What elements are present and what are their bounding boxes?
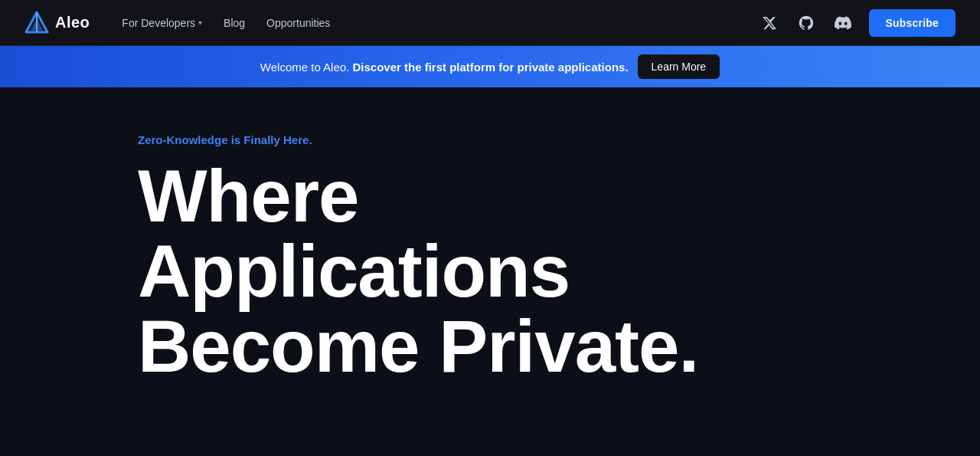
hero-title-line3: Become Private. — [138, 305, 698, 387]
nav-for-developers[interactable]: For Developers ▾ — [114, 11, 210, 35]
brand-name: Aleo — [55, 14, 90, 31]
hero-subtitle: Zero-Knowledge is Finally Here. — [138, 133, 980, 146]
hero-title-line1: Where — [138, 155, 358, 237]
nav-left: Aleo For Developers ▾ Blog Opportunities — [24, 11, 338, 35]
hero-section: Zero-Knowledge is Finally Here. Where Ap… — [0, 87, 980, 456]
banner-description: Discover the first platform for private … — [352, 61, 628, 74]
learn-more-button[interactable]: Learn More — [638, 54, 720, 79]
banner-message: Welcome to Aleo. Discover the first plat… — [260, 61, 629, 74]
navbar: Aleo For Developers ▾ Blog Opportunities — [0, 0, 980, 46]
nav-blog[interactable]: Blog — [216, 11, 253, 35]
discord-icon[interactable] — [832, 12, 854, 34]
aleo-logo-icon — [24, 11, 49, 35]
github-icon[interactable] — [795, 12, 817, 34]
announcement-banner: Welcome to Aleo. Discover the first plat… — [0, 46, 980, 87]
banner-welcome: Welcome to Aleo. — [260, 61, 349, 74]
hero-title: Where Applications Become Private. — [138, 159, 796, 384]
twitter-icon[interactable] — [759, 12, 780, 34]
chevron-down-icon: ▾ — [198, 18, 202, 27]
nav-right: Subscribe — [759, 9, 956, 37]
hero-title-line2: Applications — [138, 230, 570, 312]
logo-link[interactable]: Aleo — [24, 11, 90, 35]
nav-opportunities[interactable]: Opportunities — [259, 11, 338, 35]
subscribe-button[interactable]: Subscribe — [869, 9, 956, 37]
nav-links: For Developers ▾ Blog Opportunities — [114, 11, 338, 35]
